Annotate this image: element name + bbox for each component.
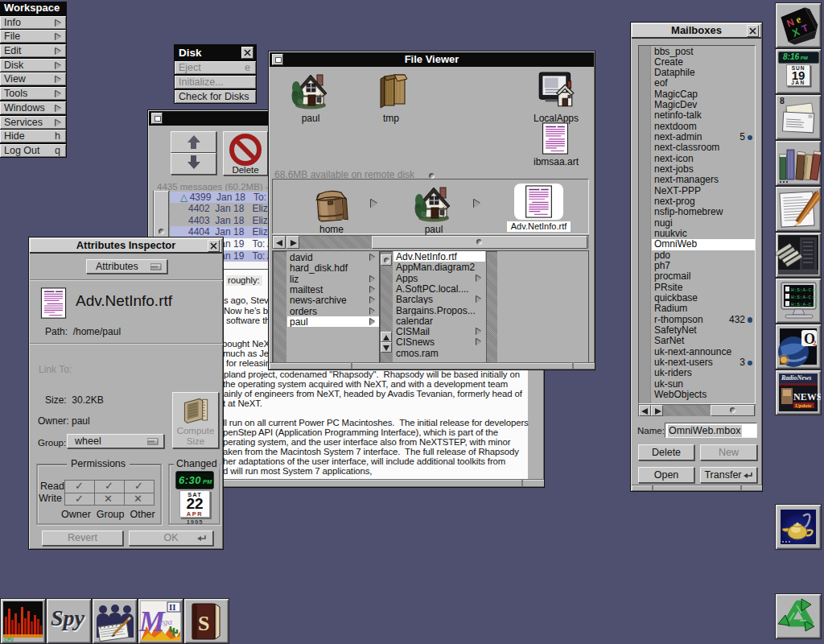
- svg-text:II: II: [169, 602, 176, 612]
- svg-text:S: S: [198, 612, 209, 635]
- svg-text:RadioNews: RadioNews: [781, 374, 811, 382]
- svg-text:H:S:A-C:H: H:S:A-C:H: [791, 287, 818, 293]
- svg-text:H:S:A-C:H: H:S:A-C:H: [791, 302, 818, 308]
- svg-text:CPU: CPU: [4, 638, 14, 643]
- svg-text:Update: Update: [795, 402, 812, 409]
- svg-text:H:S:A-C:H: H:S:A-C:H: [791, 295, 818, 300]
- svg-text:2: 2: [813, 339, 817, 347]
- svg-text:ega: ega: [159, 617, 172, 626]
- svg-text:NEWS: NEWS: [793, 391, 821, 402]
- svg-text:8: 8: [780, 96, 785, 105]
